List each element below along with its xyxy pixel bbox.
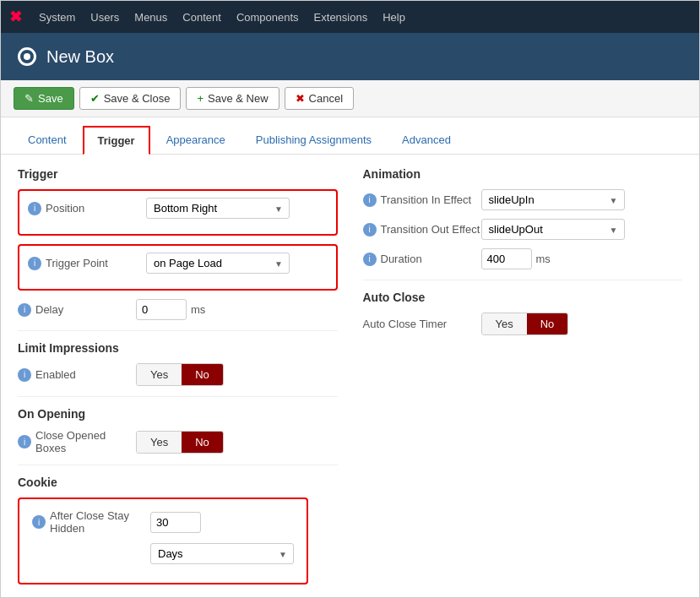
save-icon: ✎ <box>24 92 34 105</box>
nav-content[interactable]: Content <box>182 11 221 24</box>
tab-appearance[interactable]: Appearance <box>152 126 240 154</box>
tab-trigger[interactable]: Trigger <box>83 126 150 155</box>
cookie-unit-row: Days Hours Minutes Session <box>150 543 294 564</box>
stay-hidden-info-icon[interactable]: i <box>32 515 46 529</box>
plus-icon: + <box>197 92 203 105</box>
enabled-info-icon[interactable]: i <box>18 368 31 382</box>
checkmark-icon: ✔ <box>90 92 100 105</box>
delay-field-row: i Delay ms <box>18 299 338 320</box>
duration-unit: ms <box>536 253 551 265</box>
cookie-unit-select[interactable]: Days Hours Minutes Session <box>150 543 294 564</box>
transition-in-label: i Transition In Effect <box>363 193 481 207</box>
cancel-button[interactable]: ✖ Cancel <box>285 87 354 110</box>
enabled-yes-button[interactable]: Yes <box>137 364 182 385</box>
trigger-point-label: i Trigger Point <box>28 257 146 270</box>
animation-column: Animation i Transition In Effect slideUp… <box>363 167 683 584</box>
nav-users[interactable]: Users <box>90 11 119 24</box>
position-info-icon[interactable]: i <box>28 202 41 215</box>
auto-close-yes-button[interactable]: Yes <box>482 313 527 334</box>
position-label: i Position <box>28 202 146 215</box>
stay-hidden-input[interactable] <box>150 512 201 533</box>
auto-close-no-button[interactable]: No <box>527 313 568 334</box>
delay-info-icon[interactable]: i <box>18 303 31 317</box>
enabled-field-row: i Enabled Yes No <box>18 363 338 386</box>
stay-hidden-label: i After Close Stay Hidden <box>32 509 150 535</box>
transition-out-select-wrap: slideUpOut slideDownOut fadeOut zoomOut <box>481 219 625 240</box>
tab-bar: Content Trigger Appearance Publishing As… <box>1 117 699 155</box>
main-content: Trigger i Position Bottom Right Bottom L… <box>1 155 699 597</box>
limit-impressions-title: Limit Impressions <box>18 341 338 355</box>
close-boxes-toggle: Yes No <box>136 431 224 454</box>
transition-out-row: i Transition Out Effect slideUpOut slide… <box>363 219 683 240</box>
save-button[interactable]: ✎ Save <box>14 87 74 110</box>
nav-help[interactable]: Help <box>383 11 405 24</box>
enabled-label: i Enabled <box>18 368 136 382</box>
duration-input[interactable] <box>481 248 532 269</box>
transition-in-select-wrap: slideUpIn slideDownIn fadeIn zoomIn <box>481 189 625 210</box>
duration-info-icon[interactable]: i <box>363 253 377 266</box>
on-opening-title: On Opening <box>18 407 338 421</box>
transition-out-info-icon[interactable]: i <box>363 223 377 236</box>
cookie-highlight: i After Close Stay Hidden Days Hours Min… <box>18 497 308 584</box>
trigger-point-info-icon[interactable]: i <box>28 257 41 270</box>
main-window: ✖ System Users Menus Content Components … <box>0 0 700 598</box>
title-bar: New Box <box>1 33 699 80</box>
auto-close-timer-row: Auto Close Timer Yes No <box>363 313 683 335</box>
close-boxes-no-button[interactable]: No <box>182 432 223 453</box>
trigger-section-title: Trigger <box>18 167 338 181</box>
delay-label: i Delay <box>18 303 136 317</box>
toolbar: ✎ Save ✔ Save & Close + Save & New ✖ Can… <box>1 80 699 117</box>
nav-system[interactable]: System <box>39 11 75 24</box>
trigger-point-select[interactable]: on Page Load on Exit Intent on Scroll on… <box>146 253 290 274</box>
close-boxes-info-icon[interactable]: i <box>18 435 31 448</box>
auto-close-toggle: Yes No <box>481 313 569 335</box>
cookie-unit-select-wrap: Days Hours Minutes Session <box>150 543 294 564</box>
joomla-logo: ✖ <box>9 8 22 26</box>
enabled-toggle: Yes No <box>136 363 224 386</box>
duration-label: i Duration <box>363 253 481 266</box>
delay-input[interactable] <box>136 299 187 320</box>
page-title: New Box <box>46 47 114 67</box>
close-boxes-yes-button[interactable]: Yes <box>137 432 182 453</box>
close-opened-boxes-row: i Close Opened Boxes Yes No <box>18 429 338 454</box>
two-column-layout: Trigger i Position Bottom Right Bottom L… <box>18 167 682 584</box>
cookie-section-title: Cookie <box>18 476 338 489</box>
close-opened-boxes-label: i Close Opened Boxes <box>18 429 136 454</box>
stay-hidden-row: i After Close Stay Hidden <box>32 509 294 535</box>
position-field-row: i Position Bottom Right Bottom Left Top … <box>28 198 328 219</box>
nav-components[interactable]: Components <box>236 11 299 24</box>
trigger-point-field-row: i Trigger Point on Page Load on Exit Int… <box>28 253 328 274</box>
save-new-button[interactable]: + Save & New <box>186 87 279 110</box>
tab-publishing[interactable]: Publishing Assignments <box>241 126 386 154</box>
top-navbar: ✖ System Users Menus Content Components … <box>1 1 699 33</box>
nav-menus[interactable]: Menus <box>134 11 167 24</box>
transition-out-select[interactable]: slideUpOut slideDownOut fadeOut zoomOut <box>481 219 625 240</box>
transition-out-label: i Transition Out Effect <box>363 223 481 236</box>
tab-advanced[interactable]: Advanced <box>388 126 465 154</box>
trigger-point-highlight: i Trigger Point on Page Load on Exit Int… <box>18 244 338 291</box>
radio-icon <box>18 47 36 66</box>
nav-extensions[interactable]: Extensions <box>314 11 368 24</box>
animation-section-title: Animation <box>363 167 683 181</box>
transition-in-info-icon[interactable]: i <box>363 193 377 207</box>
position-highlight: i Position Bottom Right Bottom Left Top … <box>18 189 338 236</box>
trigger-point-select-wrap: on Page Load on Exit Intent on Scroll on… <box>146 253 290 274</box>
trigger-column: Trigger i Position Bottom Right Bottom L… <box>18 167 338 584</box>
transition-in-select[interactable]: slideUpIn slideDownIn fadeIn zoomIn <box>481 189 625 210</box>
position-select-wrap: Bottom Right Bottom Left Top Right Top L… <box>146 198 290 219</box>
position-select[interactable]: Bottom Right Bottom Left Top Right Top L… <box>146 198 290 219</box>
tab-content[interactable]: Content <box>14 126 81 154</box>
save-close-button[interactable]: ✔ Save & Close <box>79 87 182 110</box>
auto-close-timer-label: Auto Close Timer <box>363 318 481 330</box>
delay-unit: ms <box>191 303 205 316</box>
radio-inner <box>24 53 30 60</box>
transition-in-row: i Transition In Effect slideUpIn slideDo… <box>363 189 683 210</box>
auto-close-title: Auto Close <box>363 291 683 304</box>
enabled-no-button[interactable]: No <box>182 364 223 385</box>
duration-row: i Duration ms <box>363 248 683 269</box>
cancel-icon: ✖ <box>296 92 305 105</box>
